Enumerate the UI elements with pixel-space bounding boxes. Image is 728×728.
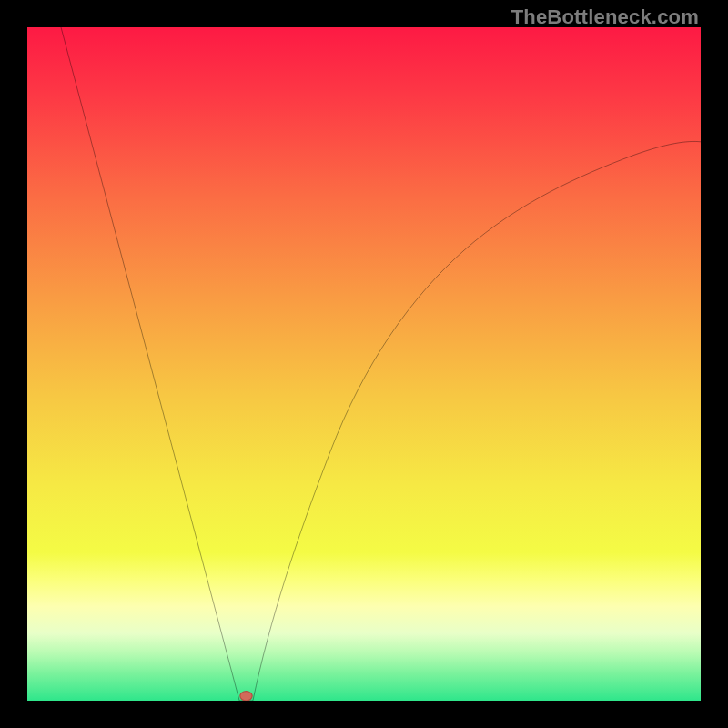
chart-frame: TheBottleneck.com: [0, 0, 728, 728]
curves-layer: [27, 27, 701, 701]
right-branch-curve: [253, 141, 701, 701]
watermark-text: TheBottleneck.com: [511, 5, 699, 29]
bottleneck-point-icon: [240, 692, 252, 701]
plot-area: [27, 27, 701, 701]
left-branch-line: [61, 27, 239, 701]
